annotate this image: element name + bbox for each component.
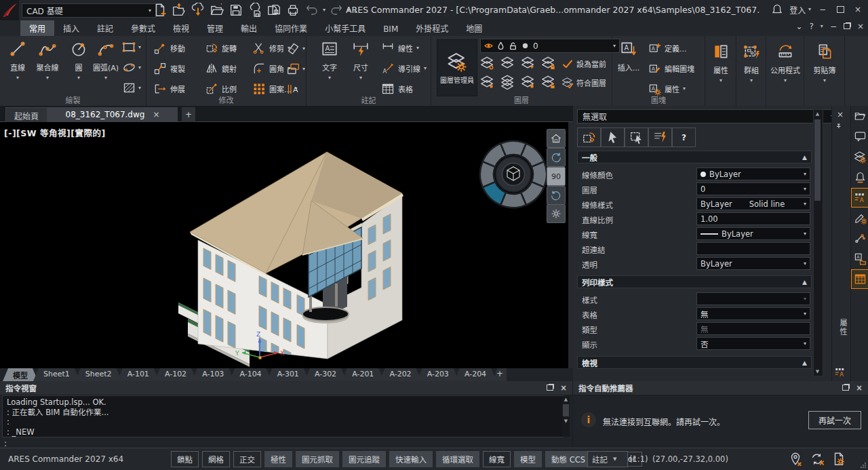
pin-icon[interactable] — [836, 123, 845, 132]
chevron-down-icon[interactable]: ▾ — [804, 311, 806, 317]
right-toolbar-constraints-button[interactable] — [852, 229, 868, 248]
chevron-down-icon[interactable]: ▾ — [804, 341, 806, 347]
set-current-layer-button[interactable]: 設為當前 — [561, 58, 606, 70]
cloud-download-button[interactable] — [190, 3, 206, 18]
drawing-settings-icon[interactable] — [831, 452, 846, 467]
open-folder-button[interactable] — [209, 3, 225, 18]
stretch-button[interactable]: 伸展 — [153, 82, 185, 96]
layer-unlock-button[interactable] — [541, 75, 557, 91]
right-toolbar-layer-manager-button[interactable] — [852, 148, 868, 166]
ribbon-tab-5[interactable]: 管理 — [198, 20, 232, 36]
clipboard-column-button[interactable]: 剪貼簿▾ — [810, 39, 840, 84]
doc-minimize-button[interactable]: − — [830, 22, 837, 31]
rectangle-button[interactable]: ▾ — [122, 40, 141, 54]
layer-unisolate-button[interactable] — [500, 75, 517, 91]
ribbon-collapse-button[interactable]: ⌄ — [795, 22, 802, 31]
new-file-button[interactable] — [152, 3, 168, 18]
ribbon-tab-1[interactable]: 插入 — [54, 20, 88, 36]
hatch-button[interactable]: ▾ — [122, 81, 141, 95]
toggle-2[interactable]: 正交 — [233, 451, 261, 467]
insert-block-button[interactable]: A 插入... — [614, 36, 644, 73]
notifications-bell-icon[interactable] — [770, 3, 784, 16]
panel-tab-properties[interactable]: 屬性 — [834, 319, 848, 336]
toggle-4[interactable]: 圖元抓取 — [296, 451, 339, 467]
redo-button[interactable] — [328, 3, 344, 18]
undo-dropdown[interactable]: ▾ — [323, 7, 326, 13]
doc-restore-button[interactable] — [844, 22, 850, 31]
ribbon-tab-3[interactable]: 參數式 — [122, 20, 164, 36]
save-as-button[interactable] — [266, 3, 282, 18]
property-value-input[interactable]: 1.00 — [696, 212, 810, 225]
layer-thaw-button[interactable] — [521, 75, 537, 91]
ribbon-tab-4[interactable]: 檢視 — [164, 20, 198, 36]
sheet-tab-6[interactable]: A-104 — [229, 368, 271, 381]
command-log[interactable]: Loading Startup.lsp... OK.: 正在載入 BIM 自動化… — [2, 395, 564, 437]
resize-grip[interactable] — [861, 463, 866, 468]
sheet-tab-12[interactable]: A-204 — [454, 368, 496, 381]
help-tool[interactable]: ? — [672, 128, 696, 147]
retry-button[interactable]: 再試一次 — [808, 411, 861, 429]
minimize-button[interactable]: − — [816, 3, 829, 16]
command-scrollbar[interactable]: ▲▼ — [562, 396, 570, 437]
layer-manager-button[interactable]: 圖層管理員 — [437, 39, 477, 96]
ribbon-tab-6[interactable]: 輸出 — [232, 20, 266, 36]
table-button[interactable]: 表格 — [381, 82, 413, 96]
property-value-lw[interactable]: ByLayer▾ — [696, 227, 810, 240]
cloud-save-button[interactable] — [247, 3, 263, 18]
property-value-combo[interactable]: ByLayer▾ — [696, 257, 810, 270]
select-tool[interactable] — [601, 128, 625, 147]
ribbon-tab-7[interactable]: 協同作業 — [266, 20, 316, 36]
scroll-down-icon[interactable]: ▼ — [814, 368, 821, 376]
ribbon-tab-11[interactable]: 地圖 — [457, 20, 491, 36]
box-select-tool[interactable] — [625, 128, 648, 147]
section-header[interactable]: 列印樣式▲ — [577, 275, 812, 288]
polyline-button[interactable]: 聚合線▾ — [33, 36, 62, 81]
leader-button[interactable]: A導引線▾ — [381, 62, 427, 75]
rotate-ccw-button[interactable] — [547, 148, 566, 167]
section-header[interactable]: 一般▲ — [577, 151, 812, 163]
command-window-titlebar[interactable]: 指令視窗 × — [0, 381, 572, 395]
layer-show-button[interactable] — [480, 75, 496, 91]
move-button[interactable]: 移動 — [153, 41, 185, 55]
edit-block-button[interactable]: A編輯圖塊 — [648, 62, 694, 75]
suggester-titlebar[interactable]: 指令自動推薦器 × — [573, 381, 868, 395]
sheet-tab-4[interactable]: A-102 — [155, 368, 197, 381]
collapse-icon[interactable]: ▲ — [802, 154, 807, 161]
define-block-button[interactable]: A定義... — [648, 41, 687, 55]
panel-scrollbar[interactable]: ▲ ▼ — [813, 109, 823, 376]
command-prompt[interactable]: : — [4, 439, 7, 448]
right-toolbar-notifications-button[interactable] — [852, 168, 868, 187]
sign-in-button[interactable]: 登入 ▾ — [789, 3, 811, 16]
collapse-icon[interactable]: ▲ — [802, 359, 807, 366]
maximize-button[interactable] — [834, 3, 846, 16]
viewport-label[interactable]: [-][SW 等角視][實際的] — [4, 126, 106, 139]
print-button[interactable] — [285, 3, 301, 18]
sheet-tab-3[interactable]: A-101 — [117, 368, 159, 381]
property-value-input-dis[interactable]: 無 — [696, 322, 810, 335]
scale-button[interactable]: 比例 — [205, 82, 237, 96]
layer-hide-button[interactable] — [480, 56, 496, 72]
ribbon-tab-10[interactable]: 外掛程式 — [407, 20, 457, 36]
rotate-angle-button[interactable]: 90 — [547, 167, 566, 186]
annotation-scale-select[interactable]: 註記▼ — [587, 451, 628, 467]
property-value-combo[interactable]: 否▾ — [696, 337, 810, 350]
property-value-combo[interactable]: 無▾ — [696, 307, 810, 320]
scrollbar-thumb[interactable] — [814, 119, 821, 201]
drawing-canvas[interactable]: [-][SW 等角視][實際的] XYZ 90 — [0, 122, 568, 368]
trim-button[interactable]: 修剪▾ — [252, 41, 290, 55]
ribbon-tab-9[interactable]: BIM — [374, 22, 407, 36]
property-value-dot[interactable]: ByLayer▾ — [696, 168, 810, 180]
collapse-icon[interactable]: ▲ — [802, 279, 807, 286]
property-value-combo[interactable]: 0▾ — [696, 182, 810, 195]
property-value-input[interactable] — [696, 242, 810, 255]
sheet-tab-9[interactable]: A-201 — [342, 368, 384, 381]
scroll-up-icon[interactable]: ▲ — [814, 110, 821, 118]
toggle-1[interactable]: 網格 — [202, 451, 230, 467]
arc-button[interactable]: 圓弧(A)▾ — [91, 36, 121, 81]
rotate-button[interactable]: 旋轉 — [205, 41, 237, 55]
utilities-column-button[interactable]: 公用程式▾ — [770, 39, 800, 84]
close-button[interactable]: × — [852, 3, 864, 16]
right-toolbar-properties-manager-button[interactable]: A — [852, 189, 868, 207]
sheet-tab-1[interactable]: Sheet1 — [33, 368, 80, 381]
mirror-button[interactable]: 鏡射 — [205, 62, 237, 75]
